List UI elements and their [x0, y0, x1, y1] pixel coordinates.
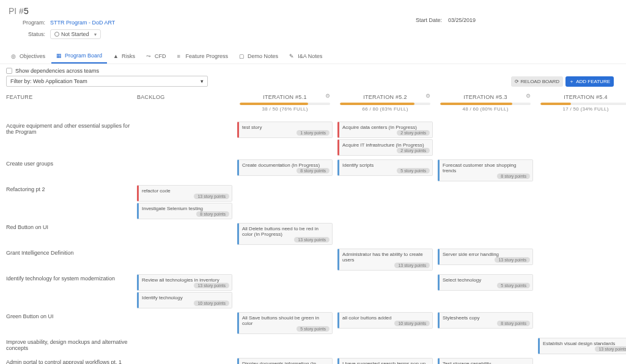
story-card[interactable]: test story1 story points [237, 122, 333, 138]
tab-label: Objectives [20, 53, 45, 59]
title-number: 5 [24, 6, 29, 16]
board-cell[interactable]: Forecast customer shoe shopping trends8 … [436, 158, 534, 183]
story-card[interactable]: Establish visual design standards13 stor… [538, 338, 626, 354]
story-card[interactable]: Review all technologies in inventory13 s… [137, 274, 232, 291]
story-card[interactable]: Acquire IT infrastructure (In Progress)2… [337, 139, 433, 156]
board-cell[interactable]: All Delete buttons need to be red in col… [236, 222, 334, 246]
board-cell[interactable] [236, 273, 334, 310]
board-cell[interactable] [336, 184, 434, 220]
board-cell[interactable] [537, 357, 626, 364]
story-card[interactable]: All Save buttons should be green in colo… [237, 312, 333, 334]
board-cell[interactable] [336, 337, 434, 355]
board-cell[interactable] [136, 337, 234, 355]
board-cell[interactable] [537, 158, 626, 183]
story-points-badge: 10 story points [194, 300, 229, 306]
iteration-name: ITERATION #5.3 [438, 94, 533, 100]
story-card[interactable]: Create documentation (In Progress)8 stor… [237, 159, 333, 176]
board-cell[interactable] [537, 222, 626, 246]
start-date-value: 03/25/2019 [448, 17, 476, 23]
board-cell[interactable]: Server side error handling13 story point… [436, 247, 534, 272]
board-cell[interactable] [336, 222, 434, 246]
tab-label: CFD [155, 53, 166, 59]
story-card[interactable]: Investigate Selenium testing8 story poin… [137, 203, 232, 219]
story-card[interactable]: Select technology5 story points [438, 274, 533, 291]
gear-icon[interactable]: ⚙ [425, 93, 430, 99]
board-cell[interactable]: Acquire data centers (In Progress)2 stor… [336, 120, 434, 157]
story-card[interactable]: all color buttons added10 story points [337, 312, 433, 329]
board-cell[interactable]: Establish visual design standards13 stor… [537, 337, 626, 355]
board-cell[interactable]: test story1 story points [236, 120, 334, 157]
story-card[interactable]: Display documents information (In Progre… [237, 358, 333, 364]
tab-cfd[interactable]: ⤳CFD [141, 50, 171, 64]
board-cell[interactable]: Test storage capability10 story points [436, 357, 534, 364]
tab-objectives[interactable]: ◎Objectives [6, 50, 50, 64]
program-link[interactable]: STTR Program - DoD ART [50, 20, 115, 26]
tab-program-board[interactable]: ▦Program Board [51, 50, 107, 64]
board-cell[interactable] [436, 120, 534, 157]
story-card[interactable]: Identify technology10 story points [137, 292, 232, 308]
board-cell[interactable] [136, 357, 234, 364]
tab-feature-progress[interactable]: ≡Feature Progress [172, 50, 234, 64]
board-cell[interactable] [136, 158, 234, 183]
board-cell[interactable]: Create documentation (In Progress)8 stor… [236, 158, 334, 183]
board-cell[interactable]: refactor code13 story pointsInvestigate … [136, 184, 234, 220]
story-card[interactable]: Administrator has the ability to create … [337, 249, 433, 271]
tab-demo-notes[interactable]: ▢Demo Notes [234, 50, 283, 64]
tab-risks[interactable]: ▲Risks [108, 50, 140, 64]
board-cell[interactable] [436, 222, 534, 246]
board-cell[interactable]: Select technology5 story points [436, 273, 534, 310]
board-cell[interactable]: All Save buttons should be green in colo… [236, 311, 334, 335]
board-cell[interactable] [136, 247, 234, 272]
filter-select[interactable]: Filter by: Web Application Team ▾ [6, 76, 208, 87]
feature-label: Improve usability, design mockups and al… [5, 337, 133, 355]
story-card[interactable]: Server side error handling13 story point… [438, 249, 533, 265]
board-cell[interactable] [236, 337, 334, 355]
board-cell[interactable] [537, 273, 626, 310]
board-cell[interactable] [136, 311, 234, 335]
card-title: Stylesheets copy [443, 315, 529, 321]
story-card[interactable]: refactor code13 story points [137, 185, 232, 202]
board-cell[interactable]: Stylesheets copy8 story points [436, 311, 534, 335]
board-cell[interactable] [436, 337, 534, 355]
board-cell[interactable]: I have suggested search terms pop up for… [336, 357, 434, 364]
board-cell[interactable]: Administrator has the ability to create … [336, 247, 434, 272]
board-cell[interactable]: Review all technologies in inventory13 s… [136, 273, 234, 310]
story-points-badge: 2 story points [397, 130, 430, 136]
board-cell[interactable] [436, 184, 534, 220]
board-cell[interactable] [136, 222, 234, 246]
gear-icon[interactable]: ⚙ [526, 93, 531, 99]
board-cell[interactable] [537, 120, 626, 157]
board-cell[interactable] [136, 120, 234, 157]
board-cell[interactable]: all color buttons added10 story points [336, 311, 434, 335]
card-title: Identify scripts [342, 162, 429, 168]
story-points-badge: 13 story points [595, 346, 626, 352]
story-card[interactable]: I have suggested search terms pop up for… [337, 358, 433, 364]
add-label: ADD FEATURE [576, 79, 610, 84]
story-card[interactable]: Stylesheets copy8 story points [438, 312, 533, 329]
warn-icon: ▲ [113, 53, 119, 59]
card-title: All Save buttons should be green in colo… [242, 315, 329, 326]
reload-board-button[interactable]: ⟳ RELOAD BOARD [511, 76, 564, 87]
board-cell[interactable]: Identify scripts5 story points [336, 158, 434, 183]
board-cell[interactable] [537, 184, 626, 220]
capacity-text: 17 / 50 (34% full) [538, 106, 626, 112]
story-card[interactable]: Acquire data centers (In Progress)2 stor… [337, 122, 433, 138]
col-backlog-header: BACKLOG [136, 92, 234, 119]
tab-i-a-notes[interactable]: ✎I&A Notes [284, 50, 327, 64]
dependencies-checkbox[interactable] [6, 68, 12, 74]
gear-icon[interactable]: ⚙ [325, 93, 330, 99]
board-cell[interactable] [336, 273, 434, 310]
story-card[interactable]: Forecast customer shoe shopping trends8 … [438, 159, 533, 181]
board-cell[interactable]: Display documents information (In Progre… [236, 357, 334, 364]
story-card[interactable]: Identify scripts5 story points [337, 159, 433, 176]
card-title: Investigate Selenium testing [142, 206, 229, 211]
add-feature-button[interactable]: ＋ ADD FEATURE [565, 76, 614, 87]
story-card[interactable]: Test storage capability10 story points [438, 358, 533, 364]
board-cell[interactable] [537, 311, 626, 335]
board-cell[interactable] [236, 247, 334, 272]
page-title: PI #5 [9, 6, 617, 16]
board-cell[interactable] [537, 247, 626, 272]
board-cell[interactable] [236, 184, 334, 220]
status-select[interactable]: Not Started [50, 29, 101, 39]
story-card[interactable]: All Delete buttons need to be red in col… [237, 223, 333, 245]
